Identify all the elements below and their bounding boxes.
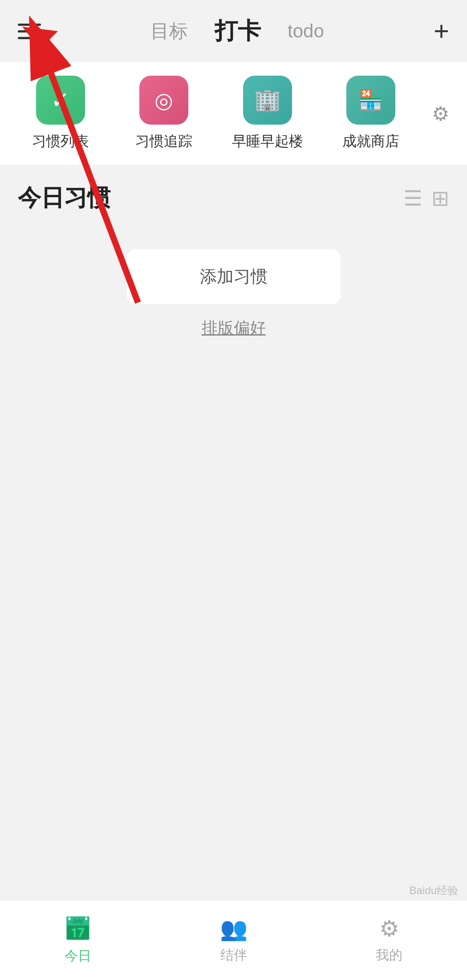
mine-icon: ⚙ <box>379 916 399 942</box>
filter-button[interactable]: ⚙ <box>422 102 458 125</box>
early-rise-label: 早睡早起楼 <box>232 132 303 151</box>
nav-goals[interactable]: 目标 <box>150 19 188 44</box>
icon-item-achievement[interactable]: 🏪 成就商店 <box>319 76 422 151</box>
icon-item-habit-track[interactable]: ◎ 习惯追踪 <box>112 76 215 151</box>
habit-track-label: 习惯追踪 <box>135 132 192 151</box>
grid-view-icon[interactable]: ⊞ <box>431 186 449 211</box>
menu-button[interactable] <box>18 24 41 39</box>
habit-track-icon-box: ◎ <box>139 76 188 125</box>
add-button[interactable]: + <box>434 18 449 45</box>
achievement-label: 成就商店 <box>342 132 399 151</box>
bottom-nav-mine[interactable]: ⚙ 我的 <box>311 916 467 964</box>
achievement-icon-box: 🏪 <box>346 76 395 125</box>
section-header: 今日习惯 ☰ ⊞ <box>0 165 467 223</box>
partner-label: 结伴 <box>220 946 247 964</box>
partner-icon: 👥 <box>220 916 248 942</box>
habit-list-icon: ✓ <box>51 87 70 113</box>
add-habit-button[interactable]: 添加习惯 <box>127 249 341 304</box>
bottom-nav-partner[interactable]: 👥 结伴 <box>156 916 312 964</box>
mine-label: 我的 <box>376 946 402 964</box>
icon-bar: ✓ 习惯列表 ◎ 习惯追踪 🏢 早睡早起楼 🏪 成就商店 ⚙ <box>0 62 467 165</box>
icon-item-habit-list[interactable]: ✓ 习惯列表 <box>9 76 112 151</box>
hamburger-line-1 <box>18 24 41 26</box>
today-icon: 📅 <box>63 915 92 943</box>
achievement-icon: 🏪 <box>358 89 383 112</box>
watermark: Baidu经验 <box>410 883 458 898</box>
filter-icon: ⚙ <box>432 102 449 125</box>
habit-list-label: 习惯列表 <box>32 132 89 151</box>
habit-list-icon-box: ✓ <box>36 76 85 125</box>
header-navigation: 目标 打卡 todo <box>150 16 324 47</box>
section-title: 今日习惯 <box>18 182 110 214</box>
section-actions: ☰ ⊞ <box>403 186 449 211</box>
early-rise-icon-box: 🏢 <box>243 76 292 125</box>
icon-item-early-rise[interactable]: 🏢 早睡早起楼 <box>216 76 319 151</box>
today-label: 今日 <box>65 947 91 965</box>
bottom-nav-today[interactable]: 📅 今日 <box>0 915 156 965</box>
bottom-navigation: 📅 今日 👥 结伴 ⚙ 我的 <box>0 900 467 980</box>
early-rise-icon: 🏢 <box>254 88 281 113</box>
layout-preference-link[interactable]: 排版偏好 <box>202 317 266 339</box>
list-view-icon[interactable]: ☰ <box>403 186 422 211</box>
nav-checkin[interactable]: 打卡 <box>215 16 261 47</box>
nav-todo[interactable]: todo <box>288 20 324 42</box>
app-header: 目标 打卡 todo + <box>0 0 467 62</box>
hamburger-line-3 <box>18 37 41 39</box>
habit-track-icon: ◎ <box>154 88 173 113</box>
hamburger-line-2 <box>18 30 41 32</box>
main-content: 添加习惯 排版偏好 <box>0 223 467 366</box>
